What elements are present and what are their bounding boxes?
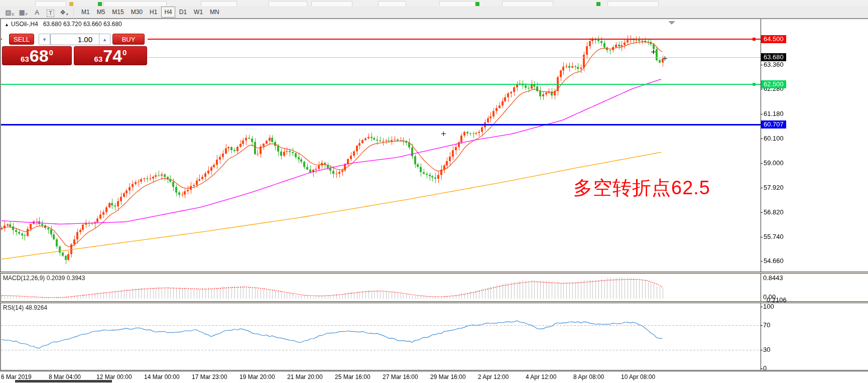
buy-price-box[interactable]: 63 74 0 — [74, 46, 147, 65]
date-label: 8 Mar 04:00 — [49, 373, 81, 380]
price-tick-label: 59.000 — [764, 159, 784, 167]
rsi-axis-label: 0 — [763, 364, 767, 372]
date-label: 12 Mar 00:00 — [96, 373, 132, 380]
chart-title: ▲USOil-,H463.680 63.720 63.660 63.680 — [5, 21, 122, 28]
macd-panel-label: MACD(12,26,9) 0.2039 0.3943 — [3, 275, 85, 282]
price-tick-label: 55.740 — [764, 233, 784, 240]
date-label: 17 Mar 23:00 — [192, 373, 227, 380]
date-label: 21 Mar 20:00 — [287, 373, 323, 380]
date-label: 6 Mar 2019 — [1, 373, 32, 380]
date-label: 29 Mar 16:00 — [430, 373, 466, 380]
chart-ohlc-values: 63.680 63.720 63.660 63.680 — [43, 21, 122, 28]
buy-price-big: 74 — [103, 47, 122, 64]
rsi-panel-label: RSI(14) 48.9264 — [3, 304, 47, 311]
date-label: 14 Mar 00:00 — [144, 373, 180, 380]
price-tick-label: 56.820 — [764, 208, 784, 216]
one-click-trade-panel: SELL ▼ ▲ BUY 63 68 0 63 74 0 — [2, 30, 148, 66]
chart-symbol-timeframe: USOil-,H4 — [11, 21, 38, 28]
date-label: 25 Mar 16:00 — [335, 373, 370, 380]
chart-text-annotation: 多空转折点62.5 — [573, 175, 710, 201]
date-label: 2 Apr 12:00 — [478, 373, 509, 380]
sell-price-sup: 0 — [49, 48, 53, 57]
rsi-axis-label: 70 — [763, 321, 770, 329]
date-label: 8 Apr 08:00 — [573, 373, 604, 380]
symbol-collapse-icon[interactable]: ▲ — [5, 22, 9, 27]
rsi-value: 48.9264 — [26, 304, 47, 311]
buy-price-small: 63 — [94, 55, 103, 63]
price-tick-label: 60.100 — [764, 135, 784, 142]
macd-values: 0.2039 0.3943 — [47, 275, 85, 282]
buy-price-sup: 0 — [122, 48, 127, 57]
sell-price-small: 63 — [21, 55, 29, 63]
sell-button[interactable]: SELL — [9, 34, 34, 45]
volume-input[interactable] — [50, 34, 100, 45]
date-label: 10 Apr 08:00 — [621, 373, 655, 380]
date-label: 27 Mar 16:00 — [383, 373, 418, 380]
macd-label: MACD(12,26,9) — [3, 275, 45, 282]
price-tick-label: 57.920 — [764, 184, 784, 191]
price-tick-label: 63.360 — [764, 61, 784, 68]
volume-decrease-button[interactable]: ▼ — [39, 34, 50, 45]
rsi-axis-label: 100 — [763, 303, 774, 310]
price-badge: 62.500 — [761, 80, 786, 88]
sell-price-box[interactable]: 63 68 0 — [2, 46, 72, 65]
rsi-label: RSI(14) — [3, 304, 24, 311]
buy-button[interactable]: BUY — [112, 34, 145, 45]
volume-increase-button[interactable]: ▲ — [99, 34, 110, 45]
date-label: 19 Mar 20:00 — [239, 373, 275, 380]
price-badge: 60.707 — [761, 120, 786, 129]
price-tick-label: 61.180 — [764, 110, 784, 117]
trading-terminal-window: ▨E ▦F A T ❖▾ M1 M5 M15 M30 H1 H4 D1 W1 M… — [0, 0, 868, 383]
date-label: 4 Apr 12:00 — [526, 373, 556, 380]
sell-price-big: 68 — [30, 47, 49, 64]
price-badge: 64.500 — [761, 35, 786, 43]
rsi-axis-label: 30 — [763, 346, 770, 353]
price-tick-label: 54.660 — [764, 257, 784, 265]
price-badge: 63.680 — [761, 53, 786, 61]
macd-axis-label: 0.8443 — [763, 274, 783, 282]
